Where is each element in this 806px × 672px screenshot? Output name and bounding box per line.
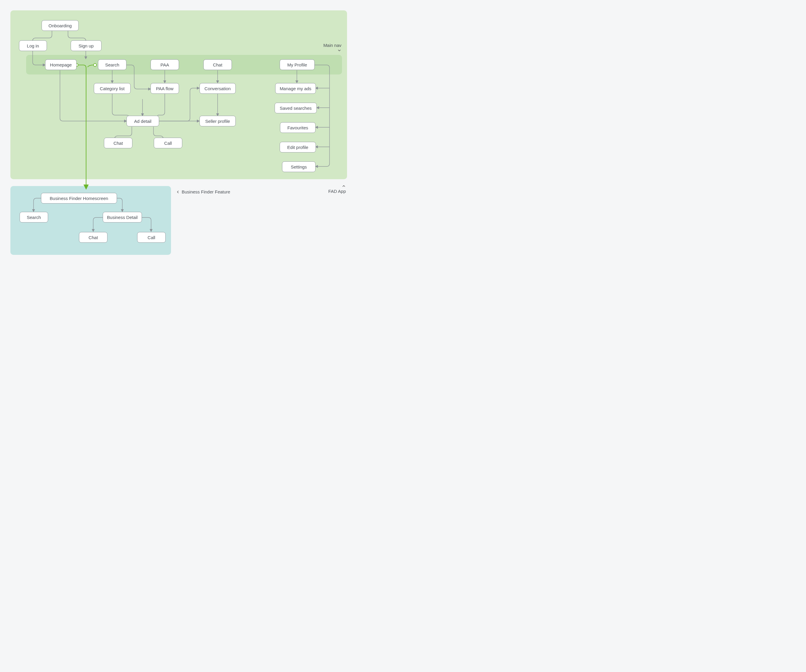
node-label: Sign up	[79, 43, 94, 48]
node-bf-detail[interactable]: Business Detail	[103, 212, 142, 222]
label-fad-app-text: FAD App	[328, 189, 346, 194]
node-saved-searches[interactable]: Saved searches	[274, 103, 317, 113]
node-label: PAA	[160, 62, 169, 68]
node-my-profile[interactable]: My Profile	[280, 59, 315, 70]
node-label: My Profile	[287, 62, 307, 68]
node-label: Search	[105, 62, 119, 68]
chevron-down-icon	[337, 48, 342, 53]
node-label: Call	[164, 141, 172, 146]
node-manage-ads[interactable]: Manage my ads	[275, 83, 316, 94]
label-fad-app: FAD App	[306, 184, 346, 194]
node-ad-detail[interactable]: Ad detail	[127, 116, 159, 127]
node-bf-search[interactable]: Search	[20, 212, 48, 222]
node-chat-sub[interactable]: Chat	[104, 138, 132, 148]
chevron-left-icon	[176, 190, 180, 194]
chevron-up-icon	[342, 184, 346, 188]
node-category-list[interactable]: Category list	[94, 83, 130, 94]
node-bf-home[interactable]: Business Finder Homescreen	[41, 193, 117, 204]
node-seller-profile[interactable]: Seller profile	[200, 116, 236, 127]
node-label: Chat	[213, 62, 222, 68]
node-signup[interactable]: Sign up	[71, 40, 102, 51]
node-login[interactable]: Log in	[19, 40, 47, 51]
node-label: Log in	[27, 43, 39, 48]
node-paa-flow[interactable]: PAA flow	[150, 83, 179, 94]
diagram-canvas: Main nav FAD App Business Finder Feature…	[0, 0, 358, 298]
node-favourites[interactable]: Favourites	[280, 122, 315, 133]
node-conversation[interactable]: Conversation	[200, 83, 236, 94]
node-label: Chat	[113, 141, 123, 146]
node-label: Conversation	[205, 86, 231, 91]
node-settings[interactable]: Settings	[282, 161, 315, 172]
node-onboarding[interactable]: Onboarding	[41, 20, 79, 31]
label-business-finder: Business Finder Feature	[176, 189, 230, 194]
node-label: Category list	[100, 86, 124, 91]
node-label: Onboarding	[48, 23, 71, 28]
node-label: Seller profile	[205, 119, 230, 124]
node-label: Manage my ads	[280, 86, 311, 91]
node-label: Edit profile	[287, 145, 309, 150]
label-main-nav-text: Main nav	[323, 43, 342, 48]
node-label: Favourites	[287, 125, 308, 130]
node-label: Call	[147, 235, 155, 240]
node-chat-nav[interactable]: Chat	[203, 59, 232, 70]
node-label: Settings	[291, 165, 307, 170]
label-business-finder-text: Business Finder Feature	[182, 189, 230, 194]
node-label: Homepage	[50, 62, 71, 68]
label-main-nav: Main nav	[297, 43, 342, 53]
node-label: Business Detail	[107, 215, 137, 220]
node-label: Search	[27, 215, 41, 220]
node-label: Chat	[88, 235, 98, 240]
node-bf-call[interactable]: Call	[137, 232, 166, 243]
node-call-sub[interactable]: Call	[154, 138, 182, 148]
node-search[interactable]: Search	[98, 59, 127, 70]
node-bf-chat[interactable]: Chat	[79, 232, 107, 243]
node-label: Ad detail	[134, 119, 151, 124]
node-label: Saved searches	[280, 105, 312, 111]
node-label: PAA flow	[156, 86, 173, 91]
node-paa[interactable]: PAA	[150, 59, 179, 70]
node-edit-profile[interactable]: Edit profile	[280, 142, 316, 153]
node-homepage[interactable]: Homepage	[45, 59, 77, 70]
region-fad-app	[10, 10, 347, 179]
node-label: Business Finder Homescreen	[50, 196, 108, 201]
